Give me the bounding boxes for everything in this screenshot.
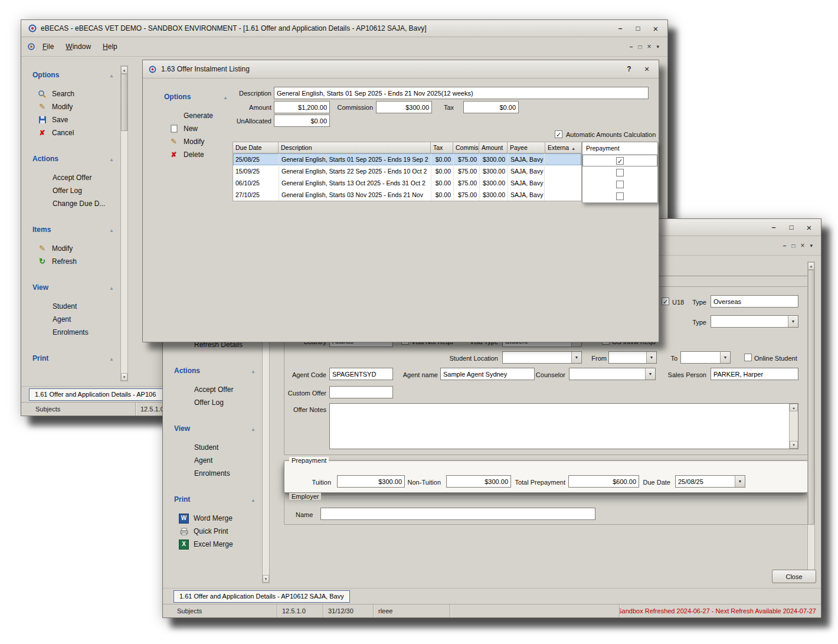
to-select[interactable] xyxy=(680,351,731,364)
scroll-down-icon[interactable] xyxy=(263,575,269,583)
sidebar-item-agent[interactable]: Agent xyxy=(29,313,119,326)
offer-type-select[interactable] xyxy=(711,315,798,328)
mdi-menu-icon[interactable] xyxy=(810,243,813,249)
section-header-print[interactable]: Print xyxy=(29,352,119,365)
column-due-date[interactable]: Due Date xyxy=(233,142,279,153)
maximize-button[interactable] xyxy=(783,222,800,233)
sidebar-item-modify[interactable]: Modify xyxy=(29,100,119,113)
due-date-select[interactable]: 25/08/25 xyxy=(675,475,745,488)
agent-code-field[interactable]: SPAGENTSYD xyxy=(329,368,393,380)
dialog-item-new[interactable]: New xyxy=(161,122,233,135)
sidebar-item-accept-offer[interactable]: Accept Offer xyxy=(171,383,260,396)
u18-checkbox[interactable] xyxy=(662,298,669,305)
chevron-down-icon[interactable] xyxy=(646,352,656,363)
chevron-down-icon[interactable] xyxy=(645,368,655,380)
sales-person-field[interactable]: PARKER, Harper xyxy=(711,368,798,380)
total-prepayment-field[interactable]: $600.00 xyxy=(568,475,639,488)
instalment-row[interactable]: 06/10/25 General English, Starts 13 Oct … xyxy=(233,177,581,189)
from-select[interactable] xyxy=(608,351,657,364)
sidebar-item-word-merge[interactable]: Word Merge xyxy=(171,512,260,525)
dialog-item-delete[interactable]: Delete xyxy=(161,148,233,161)
sidebar-item-refresh[interactable]: Refresh xyxy=(29,255,119,268)
sidebar-item-offer-log[interactable]: Offer Log xyxy=(29,184,119,197)
column-description[interactable]: Description xyxy=(279,142,431,153)
column-amount[interactable]: Amount xyxy=(479,142,508,153)
offer-notes-textarea[interactable] xyxy=(329,403,798,449)
close-button[interactable]: Close xyxy=(772,570,816,583)
prepayment-checkbox[interactable] xyxy=(616,181,624,188)
menu-file[interactable]: File xyxy=(37,40,59,54)
section-header-view[interactable]: View xyxy=(29,281,119,294)
chevron-down-icon[interactable] xyxy=(788,316,798,327)
chevron-down-icon[interactable] xyxy=(735,476,745,487)
section-header-items[interactable]: Items xyxy=(29,223,119,236)
menu-window[interactable]: Window xyxy=(60,40,96,54)
sidebar-item-agent[interactable]: Agent xyxy=(171,454,260,467)
non-tuition-field[interactable]: $300.00 xyxy=(446,475,511,488)
scroll-thumb[interactable] xyxy=(121,74,127,131)
dialog-item-generate[interactable]: Generate xyxy=(161,109,233,122)
sidebar-item-student[interactable]: Student xyxy=(171,441,260,454)
sidebar-item-cancel[interactable]: Cancel xyxy=(29,126,119,139)
sidebar-item-save[interactable]: Save xyxy=(29,113,119,126)
commission-field[interactable]: $300.00 xyxy=(376,101,432,113)
section-header-actions[interactable]: Actions xyxy=(171,364,260,377)
sidebar-item-search[interactable]: Search xyxy=(29,87,119,100)
minimize-button[interactable] xyxy=(765,222,782,233)
column-prepayment[interactable]: Prepayment xyxy=(582,142,657,155)
close-button[interactable] xyxy=(647,23,664,34)
scroll-up-icon[interactable] xyxy=(808,262,814,270)
mdi-close-icon[interactable] xyxy=(800,241,804,250)
tax-field[interactable]: $0.00 xyxy=(463,101,519,113)
student-location-select[interactable] xyxy=(502,351,582,364)
content-scrollbar[interactable] xyxy=(807,261,815,583)
scroll-down-icon[interactable] xyxy=(121,373,127,381)
unallocated-field[interactable]: $0.00 xyxy=(274,115,330,127)
mdi-restore-icon[interactable] xyxy=(791,243,795,249)
sidebar-item-change-due-date[interactable]: Change Due D... xyxy=(29,197,119,210)
prepayment-checkbox[interactable] xyxy=(616,157,624,165)
instalment-row[interactable]: 25/08/25 General English, Starts 01 Sep … xyxy=(233,153,581,165)
tuition-field[interactable]: $300.00 xyxy=(337,475,405,488)
section-header-options[interactable]: Options xyxy=(29,68,119,81)
document-tab[interactable]: 1.61 Offer and Application Details - AP1… xyxy=(174,590,350,603)
section-header-view[interactable]: View xyxy=(171,422,260,435)
sidebar-item-modify-items[interactable]: Modify xyxy=(29,242,119,255)
sidebar-item-quick-print[interactable]: Quick Print xyxy=(171,525,260,538)
chevron-down-icon[interactable] xyxy=(720,352,730,363)
scroll-thumb[interactable] xyxy=(808,270,814,525)
prepayment-checkbox[interactable] xyxy=(616,169,624,176)
sidebar-scrollbar[interactable] xyxy=(120,66,128,381)
custom-offer-field[interactable] xyxy=(329,386,393,398)
back-titlebar[interactable]: eBECAS - eBECAS VET DEMO - SANDBOX ENVIR… xyxy=(21,20,667,37)
column-tax[interactable]: Tax xyxy=(431,142,453,153)
auto-calc-checkbox[interactable] xyxy=(555,130,562,138)
column-external[interactable]: Externa xyxy=(545,142,582,153)
section-header-options[interactable]: Options xyxy=(161,90,233,103)
close-button[interactable] xyxy=(640,64,654,74)
dialog-titlebar[interactable]: 1.63 Offer Instalment Listing xyxy=(143,60,659,79)
column-payee[interactable]: Payee xyxy=(508,142,545,153)
mdi-restore-icon[interactable] xyxy=(638,44,641,50)
description-field[interactable]: General English, Starts 01 Sep 2025 - En… xyxy=(274,87,649,99)
chevron-down-icon[interactable] xyxy=(571,352,581,363)
minimize-button[interactable] xyxy=(612,23,628,34)
online-student-checkbox[interactable] xyxy=(744,354,752,361)
instalment-row[interactable]: 15/09/25 General English, Starts 22 Sep … xyxy=(233,165,581,177)
document-tab[interactable]: 1.61 Offer and Application Details - AP1… xyxy=(29,388,166,401)
sidebar-item-excel-merge[interactable]: Excel Merge xyxy=(171,538,260,551)
close-button[interactable] xyxy=(801,222,817,233)
section-header-actions[interactable]: Actions xyxy=(29,152,119,165)
prepayment-checkbox[interactable] xyxy=(616,192,624,200)
notes-scrollbar[interactable] xyxy=(789,404,798,449)
menu-help[interactable]: Help xyxy=(97,40,123,54)
mdi-minimize-icon[interactable] xyxy=(783,243,787,249)
mdi-menu-icon[interactable] xyxy=(656,44,659,50)
scroll-up-icon[interactable] xyxy=(121,66,127,74)
mdi-close-icon[interactable] xyxy=(647,43,651,51)
type-field[interactable]: Overseas xyxy=(711,295,798,308)
section-header-print[interactable]: Print xyxy=(171,493,260,506)
maximize-button[interactable] xyxy=(630,23,646,34)
instalment-row[interactable]: 27/10/25 General English, Starts 03 Nov … xyxy=(233,189,581,201)
sidebar-item-offer-log[interactable]: Offer Log xyxy=(171,396,260,409)
